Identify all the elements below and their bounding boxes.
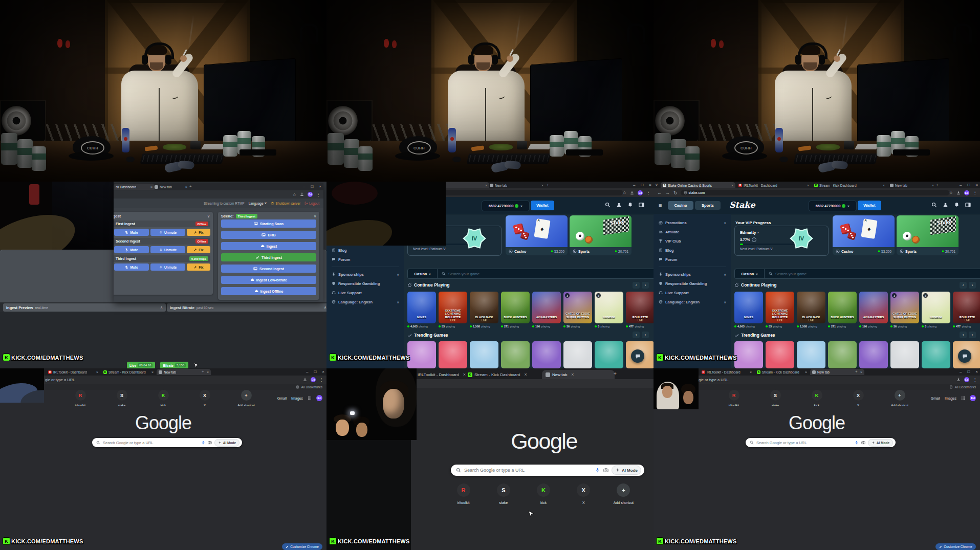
tab-close-icon[interactable]: × <box>731 184 733 187</box>
sidebar-item[interactable]: Responsible Gambling <box>326 279 404 288</box>
new-tab-button[interactable]: + <box>547 183 549 187</box>
game-tile[interactable]: XXXTREME LIGHTNING ROULETTE LIVE 53playi… <box>766 292 794 328</box>
carousel-prev-button[interactable]: ‹ <box>960 282 967 289</box>
shortcut[interactable]: R irltoolkit <box>70 390 91 407</box>
game-tile-art[interactable]: 3 GATES OF EDDIE SUPER BUTTON <box>890 292 919 323</box>
browser-tab[interactable]: New tab × <box>888 182 936 188</box>
tab-close-icon[interactable]: × <box>807 184 809 187</box>
game-tile-art[interactable]: ROULETTE LIVE <box>626 292 654 323</box>
chat-panel-icon[interactable] <box>965 202 971 208</box>
carousel-prev-button[interactable]: ‹ <box>633 282 640 289</box>
tab-close-icon[interactable]: × <box>207 370 209 374</box>
tab-close-icon[interactable]: × <box>541 184 543 187</box>
address-text[interactable]: gle or type a URL <box>699 378 728 382</box>
game-tile[interactable]: 3 GATES OF EDDIE SUPER BUTTON 36playing <box>890 292 919 328</box>
maximize-icon[interactable]: □ <box>967 183 970 187</box>
shortcut[interactable]: S stake <box>765 390 786 407</box>
menu-kebab-icon[interactable]: ⋮ <box>319 378 323 382</box>
new-tab-button[interactable]: + <box>936 183 939 187</box>
shortcut[interactable]: S stake <box>491 483 516 504</box>
browser-tab[interactable]: R IRLToolkit - Dashboard × <box>46 369 100 375</box>
browser-tab[interactable]: S Stake Online Casino & Sports × <box>661 182 735 188</box>
shortcut[interactable]: K kick <box>806 390 827 407</box>
tab-irltoolkit-partial[interactable]: IRLToolkit - Dashboard × <box>411 370 469 379</box>
tab-close-icon[interactable]: × <box>805 370 807 374</box>
tab-close-icon[interactable]: × <box>571 372 574 377</box>
shortcut[interactable]: X X <box>194 390 215 407</box>
address-text[interactable]: gle or type a URL <box>45 378 75 382</box>
maximize-icon[interactable]: □ <box>314 369 316 374</box>
tab-new-tab[interactable]: New tab × <box>542 370 615 379</box>
profile-avatar[interactable]: Ed <box>964 377 969 382</box>
trending-game-tile[interactable] <box>439 341 467 368</box>
tab-new-tab[interactable]: New tab × <box>488 182 546 188</box>
sidebar-item[interactable]: Forum <box>654 255 731 264</box>
scene-button[interactable]: Ingest <box>221 242 316 250</box>
scene-button[interactable]: Second Ingest <box>221 265 316 273</box>
chat-panel-icon[interactable] <box>639 202 644 208</box>
scene-card-header[interactable]: Scene: Third Ingest ∨ <box>218 212 319 219</box>
game-tile-art[interactable]: 3 KONBINI <box>922 292 950 323</box>
tab-kick-dashboard-partial[interactable]: ck Dashboard × <box>114 184 155 190</box>
menu-kebab-icon[interactable]: ⋮ <box>973 190 977 195</box>
minimize-icon[interactable]: – <box>960 183 962 187</box>
game-search-input[interactable]: Search your game <box>764 269 980 279</box>
game-tile[interactable]: 3 KONBINI 3playing <box>922 292 950 328</box>
tab-close-icon[interactable]: × <box>96 370 98 374</box>
tab-close-icon[interactable]: × <box>524 372 527 377</box>
shortcut[interactable]: K kick <box>531 483 556 504</box>
sidebar-item[interactable]: Language: English ∨ <box>654 297 731 306</box>
tab-close-icon[interactable]: × <box>485 184 487 187</box>
notifications-bell-icon[interactable] <box>954 202 960 208</box>
game-tile-art[interactable]: AVIAMASTERS <box>859 292 888 323</box>
shortcut-icon[interactable]: + <box>617 483 630 497</box>
wallet-balance[interactable]: 6682.47790000 ∨ <box>482 201 530 211</box>
shortcut-icon[interactable]: S <box>497 483 510 497</box>
game-tile-art[interactable]: XXXTREME LIGHTNING ROULETTE LIVE <box>439 292 467 323</box>
new-tab-button[interactable]: + <box>202 369 204 374</box>
sidebar-item[interactable]: Forum <box>326 255 404 264</box>
address-bar[interactable]: ← → ↻ stake.com ☆ Ed ⋮ <box>654 188 980 197</box>
carousel-prev-button[interactable]: ‹ <box>960 332 967 338</box>
trending-game-tile[interactable] <box>828 341 857 368</box>
mute-button[interactable]: Mute <box>114 246 149 253</box>
url-field[interactable]: stake.com <box>681 190 949 195</box>
carousel-next-button[interactable]: › <box>642 332 649 338</box>
shortcut-icon[interactable]: X <box>853 390 864 401</box>
sports-toggle-button[interactable]: Sports <box>695 201 721 210</box>
google-apps-grid-icon[interactable] <box>961 396 965 400</box>
game-tile-art[interactable]: AVIAMASTERS <box>532 292 561 323</box>
trending-game-tile[interactable] <box>407 341 436 368</box>
scene-button[interactable]: Third Ingest <box>221 253 316 261</box>
trending-game-tile[interactable] <box>563 341 592 368</box>
game-tile-art[interactable]: BLACKJACK LIVE <box>470 292 498 323</box>
profile-icon[interactable] <box>943 202 948 208</box>
back-icon[interactable]: ← <box>657 190 662 195</box>
game-tile-art[interactable]: BLACKJACK LIVE <box>797 292 825 323</box>
ingest-preview-bar[interactable]: Ingest Preview real-time ∧ <box>3 303 166 312</box>
tab-close-icon[interactable]: × <box>932 184 934 187</box>
ingest-bitrate-bar[interactable]: Ingest Bitrate past 60 sec ∧ <box>167 303 326 312</box>
forward-icon[interactable]: → <box>665 190 670 195</box>
address-bar[interactable] <box>411 379 654 388</box>
game-tile[interactable]: 3 KONBINI 3playing <box>595 292 623 328</box>
shortcut[interactable]: R irltoolkit <box>723 390 745 407</box>
downloads-icon[interactable] <box>303 378 307 382</box>
fix-button[interactable]: Fix <box>187 263 210 271</box>
logout-button[interactable]: Logout <box>304 202 319 205</box>
sidebar-item[interactable]: Responsible Gambling <box>654 279 731 288</box>
wallet-button[interactable]: Wallet <box>531 201 554 210</box>
search-icon[interactable] <box>605 202 611 208</box>
maximize-icon[interactable]: □ <box>311 184 313 189</box>
bitrate-status-button[interactable]: Bitrate 5,150 <box>160 362 188 368</box>
collapse-chevron-icon[interactable]: ∨ <box>314 214 316 218</box>
google-search-bar[interactable]: Search Google or type a URL AI Mode <box>451 465 644 476</box>
support-chat-button[interactable] <box>958 349 971 363</box>
downloads-icon[interactable] <box>956 191 961 195</box>
maximize-icon[interactable]: □ <box>641 183 643 187</box>
gmail-link[interactable]: Gmail <box>277 397 287 400</box>
ai-mode-button[interactable]: AI Mode <box>612 466 641 475</box>
vip-progress-card[interactable]: Edmatty › 3.77% i Next level: Platinum V <box>734 226 829 256</box>
new-tab-button[interactable]: + <box>189 184 192 189</box>
google-lens-icon[interactable] <box>208 441 212 445</box>
